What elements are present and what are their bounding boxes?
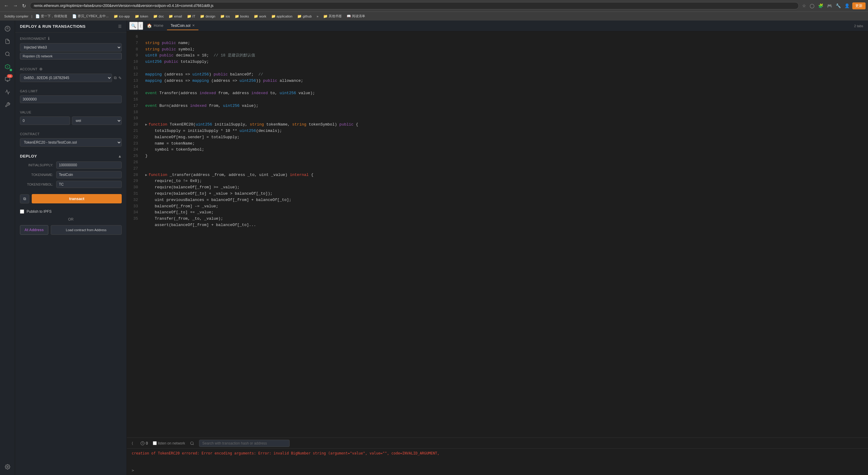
- terminal-toolbar: ⟨ 0 listen on network: [127, 438, 868, 449]
- sidebar-settings[interactable]: [2, 461, 13, 473]
- account-select-row: 0x650...92ED6 (0.18782945 ⧉ ✎: [20, 74, 122, 82]
- sidebar-files[interactable]: [2, 36, 13, 47]
- bookmark-ico[interactable]: 📁 ico-app: [112, 13, 132, 19]
- bookmark-github[interactable]: 📁 github: [296, 13, 313, 19]
- deploy-header: DEPLOY ▲: [20, 154, 122, 159]
- param-initialsupply: INITIALSUPPLY:: [20, 162, 122, 169]
- bookmark-app[interactable]: 📁 application: [270, 13, 294, 19]
- contract-select[interactable]: TokenERC20 - tests/TestCoin.sol: [20, 138, 122, 147]
- account-plus-icon[interactable]: ⊕: [39, 67, 43, 71]
- main-area: R S 11 DEPLOY & RUN TRANSACTIONS ☰: [0, 21, 868, 475]
- param-tokensymbol: TOKENSYMBOL:: [20, 181, 122, 188]
- account-edit-icon[interactable]: ✎: [118, 76, 122, 80]
- deploy-panel: DEPLOY & RUN TRANSACTIONS ☰ ENVIRONMENT …: [15, 21, 127, 475]
- param-input-0[interactable]: [56, 162, 122, 169]
- sidebar-deploy[interactable]: [2, 86, 13, 98]
- environment-label: ENVIRONMENT ℹ: [20, 36, 122, 41]
- bookmark-books[interactable]: 📁 books: [233, 13, 251, 19]
- terminal-count: 0: [146, 441, 148, 445]
- forward-button[interactable]: →: [11, 2, 19, 9]
- bookmark-ios[interactable]: 📁 ios: [218, 13, 231, 19]
- sidebar-badge[interactable]: 11: [2, 74, 13, 85]
- environment-select[interactable]: Injected Web3: [20, 43, 122, 52]
- deploy-chevron[interactable]: ▲: [118, 154, 122, 159]
- app-title: Solidity compiler: [2, 14, 30, 19]
- bookmark-work[interactable]: 📁 work: [252, 13, 268, 19]
- bookmark-1[interactable]: 📄 度一下，你就知道: [33, 13, 69, 19]
- publish-checkbox[interactable]: [20, 209, 24, 214]
- line-numbers: 678910 1112131415 1617181920 2122232425 …: [127, 31, 141, 438]
- account-label: ACCOUNT ⊕: [20, 67, 122, 71]
- account-copy-icon[interactable]: ⧉: [114, 75, 117, 80]
- bookmark-it[interactable]: 📁 IT: [185, 13, 197, 19]
- terminal-search-input[interactable]: [199, 440, 290, 447]
- or-divider: OR: [15, 216, 127, 223]
- terminal-collapse-btn[interactable]: ⟨: [129, 440, 135, 447]
- svg-text:S: S: [7, 66, 8, 68]
- bookmark-other[interactable]: 📁 其他书签: [321, 13, 344, 19]
- search-prev-button[interactable]: ⟨: [138, 22, 143, 30]
- bookmark-2[interactable]: 📄 赛贝_CYBEX_去中...: [70, 13, 111, 19]
- address-bar[interactable]: [30, 2, 799, 9]
- account-select[interactable]: 0x650...92ED6 (0.18782945: [20, 74, 112, 82]
- star-icon[interactable]: ☆: [801, 2, 807, 9]
- user-icon[interactable]: 👤: [843, 2, 850, 9]
- account-section: ACCOUNT ⊕ 0x650...92ED6 (0.18782945 ⧉ ✎: [15, 63, 127, 86]
- sidebar-home[interactable]: R: [2, 23, 13, 34]
- tab-testcoin[interactable]: TestCoin.sol ✕: [167, 22, 198, 30]
- extension-icon[interactable]: 🧩: [817, 2, 824, 9]
- nav-buttons: ← → ↻: [2, 2, 28, 9]
- back-button[interactable]: ←: [2, 2, 10, 9]
- puzzle-icon[interactable]: 🔧: [835, 2, 842, 9]
- panel-header: DEPLOY & RUN TRANSACTIONS ☰: [15, 21, 127, 33]
- terminal-prompt: >: [127, 467, 868, 475]
- browser-icons: ☆ ◯ 🧩 🎮 🔧 👤 更新: [801, 2, 866, 9]
- copy-button[interactable]: ⧉: [20, 194, 29, 203]
- param-tokenname: TOKENNAME:: [20, 171, 122, 178]
- sidebar-tools[interactable]: [2, 99, 13, 110]
- value-input[interactable]: [20, 116, 70, 125]
- code-editor: 678910 1112131415 1617181920 2122232425 …: [127, 31, 868, 438]
- sidebar-solidity[interactable]: S: [2, 61, 13, 72]
- at-address-button[interactable]: At Address: [20, 225, 48, 235]
- profile-icon[interactable]: ◯: [809, 2, 815, 9]
- param-input-2[interactable]: [56, 181, 122, 188]
- value-label: VALUE: [20, 110, 122, 114]
- environment-select-row: Injected Web3: [20, 43, 122, 52]
- bookmark-more[interactable]: »: [315, 14, 320, 19]
- editor-tabs: 🔍 ⟨ 🏠 Home TestCoin.sol ✕ 2 tabs: [127, 21, 868, 31]
- tab-home[interactable]: 🏠 Home: [143, 22, 167, 31]
- param-input-1[interactable]: [56, 171, 122, 178]
- home-icon: 🏠: [147, 23, 152, 28]
- bookmarks-bar: Solidity compiler | 📄 度一下，你就知道 📄 赛贝_CYBE…: [0, 11, 868, 21]
- game-icon[interactable]: 🎮: [826, 2, 833, 9]
- transact-button[interactable]: transact: [32, 194, 122, 203]
- bookmark-token[interactable]: 📁 token: [133, 13, 150, 19]
- update-button[interactable]: 更新: [852, 2, 866, 9]
- value-row: wei: [20, 116, 122, 125]
- browser-bar: ← → ↻ ☆ ◯ 🧩 🎮 🔧 👤 更新: [0, 0, 868, 11]
- terminal-search-icon-btn[interactable]: [188, 440, 196, 447]
- tabs-count[interactable]: 2 tabs: [852, 23, 866, 29]
- terminal-history-btn[interactable]: 0: [138, 440, 150, 447]
- bookmark-design[interactable]: 📁 design: [198, 13, 217, 19]
- bookmark-email[interactable]: 📁 email: [167, 13, 184, 19]
- listen-network-checkbox[interactable]: listen on network: [153, 441, 185, 445]
- tab-close-icon[interactable]: ✕: [192, 24, 195, 28]
- listen-checkbox-input[interactable]: [153, 441, 157, 445]
- refresh-button[interactable]: ↻: [21, 2, 28, 9]
- environment-section: ENVIRONMENT ℹ Injected Web3 Ropsten (3) …: [15, 33, 127, 63]
- sidebar-search[interactable]: [2, 48, 13, 60]
- gas-limit-section: GAS LIMIT: [15, 86, 127, 107]
- panel-menu-icon[interactable]: ☰: [118, 24, 122, 29]
- search-button-left[interactable]: 🔍: [129, 22, 138, 30]
- bookmark-reading[interactable]: 📖 阅读清单: [345, 13, 367, 19]
- publish-label: Publish to IPFS: [27, 209, 52, 214]
- terminal-area: ⟨ 0 listen on network creation of TokenE…: [127, 438, 868, 475]
- gas-limit-input[interactable]: [20, 95, 122, 103]
- environment-info-icon[interactable]: ℹ: [48, 36, 50, 41]
- deploy-label: DEPLOY: [20, 154, 37, 159]
- value-unit-select[interactable]: wei: [72, 116, 122, 125]
- bookmark-doc[interactable]: 📁 doc: [151, 13, 166, 19]
- load-contract-button[interactable]: Load contract from Address: [51, 225, 122, 235]
